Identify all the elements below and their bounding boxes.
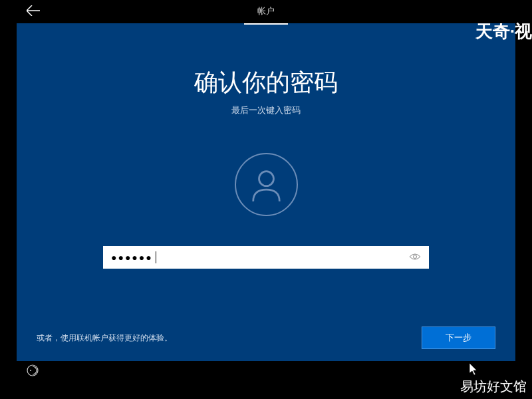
tab-account[interactable]: 帐户 (244, 0, 288, 25)
header-bar: 帐户 (17, 0, 515, 23)
svg-point-3 (30, 370, 31, 371)
password-input[interactable]: ●●●●●● (103, 246, 429, 269)
watermark-bottom: 易坊好文馆 (460, 378, 527, 396)
reveal-password-icon[interactable] (409, 252, 421, 263)
password-value: ●●●●●● (111, 252, 153, 263)
next-button[interactable]: 下一步 (422, 327, 495, 349)
text-cursor (156, 251, 156, 263)
svg-point-1 (414, 255, 417, 259)
svg-point-0 (259, 172, 273, 186)
back-arrow-icon[interactable] (17, 4, 50, 19)
page-title: 确认你的密码 (194, 66, 338, 99)
footer-bar (17, 361, 515, 382)
page-subtitle: 最后一次键入密码 (231, 104, 301, 116)
mouse-cursor-icon (469, 363, 479, 379)
user-avatar-icon (235, 153, 298, 216)
watermark-top: 天奇·视 (475, 20, 532, 43)
online-account-link[interactable]: 或者，使用联机帐户获得更好的体验。 (37, 332, 172, 344)
ease-of-access-icon[interactable] (17, 364, 49, 379)
